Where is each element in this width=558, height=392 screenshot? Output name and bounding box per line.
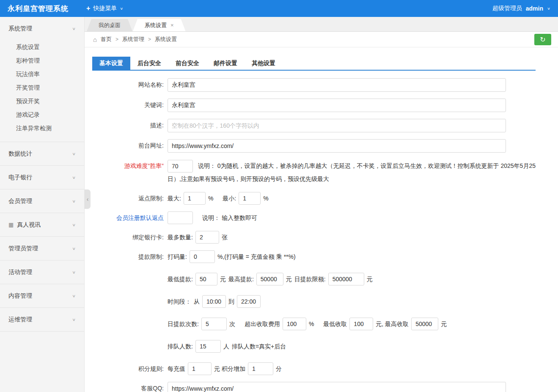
default-rebate-field: 说明： 输入整数即可 [168, 211, 257, 224]
form-row-withdraw-amounts: 最低提款: 元 最高提款: 元 日提款限额: 元 [92, 273, 558, 285]
points-add-input[interactable] [248, 362, 273, 375]
sidebar-item-preset-draw[interactable]: 预设开奖 [0, 94, 84, 108]
breadcrumb-system-management[interactable]: 系统管理 [122, 36, 144, 43]
time-range-field: 时间段： 从 到 [168, 295, 261, 308]
sidebar-item-ops-management[interactable]: 运维管理 ∨ [0, 308, 84, 331]
time-from-label: 从 [194, 295, 200, 308]
dama-input[interactable] [190, 250, 215, 263]
bank-card-field: 最多数量: 张 [168, 231, 228, 244]
breadcrumb: ⌂ 首页 > 系统管理 > 系统设置 ↻ [85, 32, 558, 47]
sidebar-group: 管理员管理 ∨ [0, 237, 84, 260]
tab-mail-settings[interactable]: 邮件设置 [206, 57, 245, 70]
sidebar-group: ▦ 真人视讯 ∨ [0, 213, 84, 237]
tab-my-desktop[interactable]: 我的桌面 [87, 19, 132, 31]
default-rebate-input[interactable] [168, 211, 193, 224]
dama-label: 打码量: [168, 250, 187, 263]
tab-basic-settings[interactable]: 基本设置 [92, 57, 130, 70]
difficulty-label: 游戏难度“胜率“ [92, 159, 168, 172]
withdraw-amounts-field: 最低提款: 元 最高提款: 元 日提款限额: 元 [168, 273, 373, 285]
sidebar-item-e-bank[interactable]: 电子银行 ∨ [0, 166, 84, 189]
chevron-down-icon: ∨ [72, 246, 76, 251]
default-rebate-label[interactable]: 会员注册默认返点 [92, 211, 168, 224]
difficulty-note: 说明： 0为随机，设置的越大，被杀掉的几率越大（无延迟，不卡奖，设置后立马生效，… [168, 162, 536, 182]
queue-input[interactable] [195, 340, 221, 353]
window-tabstrip: 我的桌面 系统设置 × [85, 17, 558, 32]
form-row-description: 描述: [92, 119, 558, 132]
withdraw-max-input[interactable] [256, 273, 283, 285]
sidebar-item-play-odds[interactable]: 玩法倍率 [0, 67, 84, 81]
maxfee-label: 元, 最高收取 [376, 318, 409, 330]
time-range-label: 时间段： [168, 295, 191, 308]
tab-frontend-security[interactable]: 前台安全 [168, 57, 206, 70]
rebate-min-input[interactable] [239, 192, 261, 205]
sidebar-item-member-management[interactable]: 会员管理 ∨ [0, 189, 84, 213]
sidebar-item-live-video[interactable]: ▦ 真人视讯 ∨ [0, 213, 84, 236]
yuan-unit: 元 [367, 273, 373, 285]
breadcrumb-home[interactable]: 首页 [101, 36, 112, 43]
site-name-label: 网站名称: [92, 78, 168, 91]
group-label: 数据统计 [8, 150, 32, 158]
group-label: 运维管理 [8, 316, 32, 323]
sidebar-item-bet-anomaly[interactable]: 注单异常检测 [0, 121, 84, 135]
default-rebate-note: 说明： 输入整数即可 [202, 211, 257, 224]
keywords-input[interactable] [168, 99, 506, 112]
sidebar-item-lottery-management[interactable]: 彩种管理 [0, 54, 84, 67]
chevron-down-icon: ∨ [72, 317, 76, 322]
close-icon[interactable]: × [170, 22, 174, 28]
sidebar-item-admin-management[interactable]: 管理员管理 ∨ [0, 237, 84, 260]
user-menu[interactable]: 超级管理员 admin ∨ [492, 5, 550, 12]
percent-sign: % [263, 192, 268, 205]
quick-menu-button[interactable]: + 快捷菜单 ∨ [86, 5, 123, 12]
front-url-input[interactable] [168, 139, 506, 153]
maxfee-input[interactable] [411, 318, 438, 330]
percent-sign: % [309, 318, 314, 330]
minfee-input[interactable] [349, 318, 373, 330]
times-unit: 次 [229, 318, 235, 330]
withdraw-min-input[interactable] [195, 273, 217, 285]
difficulty-input[interactable] [168, 160, 193, 173]
rebate-max-input[interactable] [184, 192, 206, 205]
points-per-label: 每充值 [168, 362, 185, 375]
sidebar-item-system-management[interactable]: 系统管理 ∨ [0, 17, 84, 40]
sidebar-collapse-handle[interactable]: ‹ [85, 189, 91, 209]
form-row-points: 积分规则: 每充值 元 积分增加 分 [92, 362, 558, 375]
service-qq-input[interactable] [168, 382, 506, 392]
plus-icon: + [86, 5, 90, 12]
sidebar-item-data-statistics[interactable]: 数据统计 ∨ [0, 142, 84, 165]
queue-note: 排队人数=真实+后台 [232, 340, 286, 353]
form-row-keywords: 关键词: [92, 99, 558, 112]
time-from-input[interactable] [202, 295, 226, 308]
form-row-queue: 排队人数: 人 排队人数=真实+后台 [92, 340, 558, 353]
withdraw-daily-input[interactable] [328, 273, 364, 285]
bank-card-qty-label: 最多数量: [168, 231, 193, 244]
breadcrumb-system-settings[interactable]: 系统设置 [155, 36, 177, 43]
points-unit: 分 [276, 362, 282, 375]
sidebar-sublist-system: 系统设置 彩种管理 玩法倍率 开奖管理 预设开奖 游戏记录 注单异常检测 [0, 40, 84, 142]
form-row-site-name: 网站名称: [92, 78, 558, 92]
sidebar-item-system-settings[interactable]: 系统设置 [0, 40, 84, 54]
breadcrumb-separator: > [148, 36, 151, 42]
sidebar-item-game-records[interactable]: 游戏记录 [0, 108, 84, 121]
group-label: 管理员管理 [8, 245, 38, 252]
sidebar-item-draw-management[interactable]: 开奖管理 [0, 81, 84, 94]
tab-system-settings[interactable]: 系统设置 × [133, 19, 186, 31]
fee-input[interactable] [283, 318, 306, 330]
sidebar-item-activity-management[interactable]: 活动管理 ∨ [0, 260, 84, 284]
sidebar-item-content-management[interactable]: 内容管理 ∨ [0, 284, 84, 307]
points-per-input[interactable] [188, 362, 212, 375]
chevron-down-icon: ∨ [72, 26, 76, 31]
tab-other-settings[interactable]: 其他设置 [245, 57, 283, 70]
dama-suffix: %,(打码量 = 充值金额 乘 **%) [217, 250, 296, 263]
sidebar-group: 运维管理 ∨ [0, 308, 84, 332]
rebate-max-label: 最大: [168, 192, 181, 205]
bank-card-qty-input[interactable] [195, 231, 219, 244]
form-row-bank-card: 绑定银行卡: 最多数量: 张 [92, 231, 558, 244]
time-to-input[interactable] [237, 295, 261, 308]
yuan-unit: 元 [220, 273, 226, 285]
form-row-service-qq: 客服QQ: [92, 382, 558, 392]
site-name-input[interactable] [168, 78, 506, 92]
refresh-button[interactable]: ↻ [534, 34, 551, 45]
tab-backend-security[interactable]: 后台安全 [130, 57, 168, 70]
description-input[interactable] [168, 119, 506, 132]
withdraw-times-input[interactable] [201, 318, 227, 330]
